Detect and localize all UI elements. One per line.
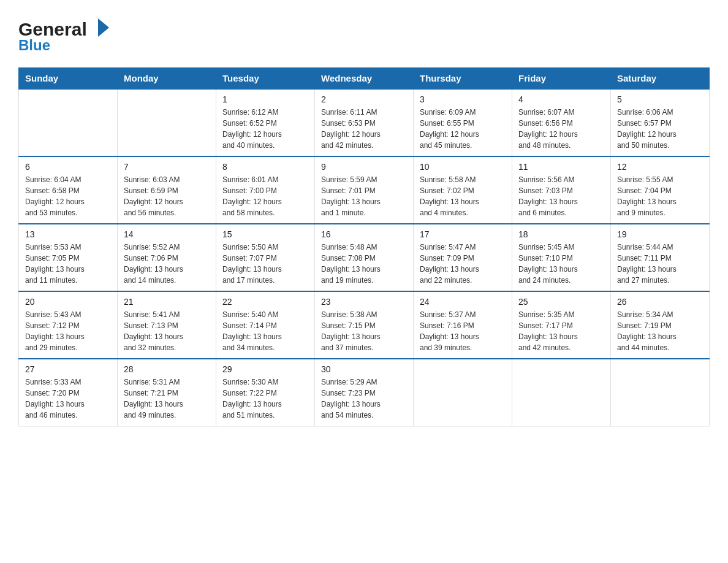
calendar-cell: 13Sunrise: 5:53 AM Sunset: 7:05 PM Dayli…	[19, 224, 118, 291]
day-number: 29	[222, 364, 308, 374]
day-info: Sunrise: 5:55 AM Sunset: 7:04 PM Dayligh…	[617, 174, 703, 218]
calendar-cell: 2Sunrise: 6:11 AM Sunset: 6:53 PM Daylig…	[315, 89, 414, 156]
calendar-cell: 6Sunrise: 6:04 AM Sunset: 6:58 PM Daylig…	[19, 156, 118, 224]
page-header: General Blue	[18, 12, 710, 55]
svg-marker-1	[98, 18, 109, 37]
calendar-cell: 8Sunrise: 6:01 AM Sunset: 7:00 PM Daylig…	[216, 156, 315, 224]
calendar-cell: 1Sunrise: 6:12 AM Sunset: 6:52 PM Daylig…	[216, 89, 315, 156]
calendar-cell: 19Sunrise: 5:44 AM Sunset: 7:11 PM Dayli…	[611, 224, 710, 291]
day-number: 28	[124, 364, 210, 374]
calendar-cell: 18Sunrise: 5:45 AM Sunset: 7:10 PM Dayli…	[512, 224, 611, 291]
day-info: Sunrise: 5:48 AM Sunset: 7:08 PM Dayligh…	[321, 242, 407, 286]
day-number: 7	[124, 162, 210, 172]
day-info: Sunrise: 5:45 AM Sunset: 7:10 PM Dayligh…	[518, 242, 604, 286]
day-info: Sunrise: 5:47 AM Sunset: 7:09 PM Dayligh…	[420, 242, 506, 286]
day-info: Sunrise: 5:30 AM Sunset: 7:22 PM Dayligh…	[222, 377, 308, 421]
calendar-cell: 11Sunrise: 5:56 AM Sunset: 7:03 PM Dayli…	[512, 156, 611, 224]
day-info: Sunrise: 6:06 AM Sunset: 6:57 PM Dayligh…	[617, 107, 703, 151]
logo-svg: General Blue	[18, 12, 116, 55]
day-number: 12	[617, 162, 703, 172]
day-number: 26	[617, 297, 703, 307]
day-info: Sunrise: 5:31 AM Sunset: 7:21 PM Dayligh…	[124, 377, 210, 421]
day-info: Sunrise: 5:41 AM Sunset: 7:13 PM Dayligh…	[124, 309, 210, 353]
day-info: Sunrise: 5:37 AM Sunset: 7:16 PM Dayligh…	[420, 309, 506, 353]
day-info: Sunrise: 5:43 AM Sunset: 7:12 PM Dayligh…	[25, 309, 111, 353]
week-row-4: 20Sunrise: 5:43 AM Sunset: 7:12 PM Dayli…	[19, 291, 710, 359]
day-number: 6	[25, 162, 111, 172]
calendar-cell	[414, 359, 512, 426]
day-number: 19	[617, 229, 703, 239]
day-number: 22	[222, 297, 308, 307]
day-number: 23	[321, 297, 407, 307]
day-number: 15	[222, 229, 308, 239]
day-info: Sunrise: 5:59 AM Sunset: 7:01 PM Dayligh…	[321, 174, 407, 218]
day-number: 16	[321, 229, 407, 239]
day-info: Sunrise: 6:03 AM Sunset: 6:59 PM Dayligh…	[124, 174, 210, 218]
day-info: Sunrise: 6:04 AM Sunset: 6:58 PM Dayligh…	[25, 174, 111, 218]
calendar-cell	[611, 359, 710, 426]
day-number: 8	[222, 162, 308, 172]
calendar-cell: 30Sunrise: 5:29 AM Sunset: 7:23 PM Dayli…	[315, 359, 414, 426]
calendar-cell	[118, 89, 216, 156]
day-number: 20	[25, 297, 111, 307]
day-info: Sunrise: 5:38 AM Sunset: 7:15 PM Dayligh…	[321, 309, 407, 353]
col-header-thursday: Thursday	[414, 68, 512, 90]
col-header-tuesday: Tuesday	[216, 68, 315, 90]
day-info: Sunrise: 6:09 AM Sunset: 6:55 PM Dayligh…	[420, 107, 506, 151]
day-number: 5	[617, 94, 703, 104]
day-info: Sunrise: 5:34 AM Sunset: 7:19 PM Dayligh…	[617, 309, 703, 353]
day-info: Sunrise: 5:50 AM Sunset: 7:07 PM Dayligh…	[222, 242, 308, 286]
calendar-cell: 9Sunrise: 5:59 AM Sunset: 7:01 PM Daylig…	[315, 156, 414, 224]
calendar-cell: 28Sunrise: 5:31 AM Sunset: 7:21 PM Dayli…	[118, 359, 216, 426]
day-info: Sunrise: 5:33 AM Sunset: 7:20 PM Dayligh…	[25, 377, 111, 421]
day-number: 25	[518, 297, 604, 307]
calendar-cell: 12Sunrise: 5:55 AM Sunset: 7:04 PM Dayli…	[611, 156, 710, 224]
week-row-1: 1Sunrise: 6:12 AM Sunset: 6:52 PM Daylig…	[19, 89, 710, 156]
calendar-cell: 20Sunrise: 5:43 AM Sunset: 7:12 PM Dayli…	[19, 291, 118, 359]
day-number: 24	[420, 297, 506, 307]
day-info: Sunrise: 5:44 AM Sunset: 7:11 PM Dayligh…	[617, 242, 703, 286]
day-number: 13	[25, 229, 111, 239]
calendar-cell: 22Sunrise: 5:40 AM Sunset: 7:14 PM Dayli…	[216, 291, 315, 359]
day-info: Sunrise: 5:56 AM Sunset: 7:03 PM Dayligh…	[518, 174, 604, 218]
day-info: Sunrise: 6:07 AM Sunset: 6:56 PM Dayligh…	[518, 107, 604, 151]
day-info: Sunrise: 5:29 AM Sunset: 7:23 PM Dayligh…	[321, 377, 407, 421]
calendar-cell: 17Sunrise: 5:47 AM Sunset: 7:09 PM Dayli…	[414, 224, 512, 291]
svg-text:Blue: Blue	[18, 37, 50, 53]
calendar-cell: 10Sunrise: 5:58 AM Sunset: 7:02 PM Dayli…	[414, 156, 512, 224]
day-number: 27	[25, 364, 111, 374]
calendar-cell	[19, 89, 118, 156]
day-info: Sunrise: 5:58 AM Sunset: 7:02 PM Dayligh…	[420, 174, 506, 218]
day-number: 9	[321, 162, 407, 172]
day-number: 17	[420, 229, 506, 239]
day-info: Sunrise: 5:35 AM Sunset: 7:17 PM Dayligh…	[518, 309, 604, 353]
day-info: Sunrise: 6:01 AM Sunset: 7:00 PM Dayligh…	[222, 174, 308, 218]
day-number: 21	[124, 297, 210, 307]
week-row-5: 27Sunrise: 5:33 AM Sunset: 7:20 PM Dayli…	[19, 359, 710, 426]
col-header-sunday: Sunday	[19, 68, 118, 90]
day-number: 14	[124, 229, 210, 239]
day-info: Sunrise: 5:52 AM Sunset: 7:06 PM Dayligh…	[124, 242, 210, 286]
week-row-2: 6Sunrise: 6:04 AM Sunset: 6:58 PM Daylig…	[19, 156, 710, 224]
day-info: Sunrise: 5:53 AM Sunset: 7:05 PM Dayligh…	[25, 242, 111, 286]
calendar-table: SundayMondayTuesdayWednesdayThursdayFrid…	[18, 67, 710, 427]
day-number: 1	[222, 94, 308, 104]
week-row-3: 13Sunrise: 5:53 AM Sunset: 7:05 PM Dayli…	[19, 224, 710, 291]
calendar-cell: 15Sunrise: 5:50 AM Sunset: 7:07 PM Dayli…	[216, 224, 315, 291]
calendar-cell: 7Sunrise: 6:03 AM Sunset: 6:59 PM Daylig…	[118, 156, 216, 224]
calendar-cell: 25Sunrise: 5:35 AM Sunset: 7:17 PM Dayli…	[512, 291, 611, 359]
calendar-cell: 26Sunrise: 5:34 AM Sunset: 7:19 PM Dayli…	[611, 291, 710, 359]
calendar-cell: 21Sunrise: 5:41 AM Sunset: 7:13 PM Dayli…	[118, 291, 216, 359]
calendar-cell: 27Sunrise: 5:33 AM Sunset: 7:20 PM Dayli…	[19, 359, 118, 426]
calendar-cell: 5Sunrise: 6:06 AM Sunset: 6:57 PM Daylig…	[611, 89, 710, 156]
day-number: 11	[518, 162, 604, 172]
day-number: 3	[420, 94, 506, 104]
calendar-cell: 14Sunrise: 5:52 AM Sunset: 7:06 PM Dayli…	[118, 224, 216, 291]
logo: General Blue	[18, 12, 116, 55]
day-number: 10	[420, 162, 506, 172]
day-number: 2	[321, 94, 407, 104]
calendar-cell: 29Sunrise: 5:30 AM Sunset: 7:22 PM Dayli…	[216, 359, 315, 426]
col-header-friday: Friday	[512, 68, 611, 90]
calendar-cell	[512, 359, 611, 426]
calendar-cell: 16Sunrise: 5:48 AM Sunset: 7:08 PM Dayli…	[315, 224, 414, 291]
